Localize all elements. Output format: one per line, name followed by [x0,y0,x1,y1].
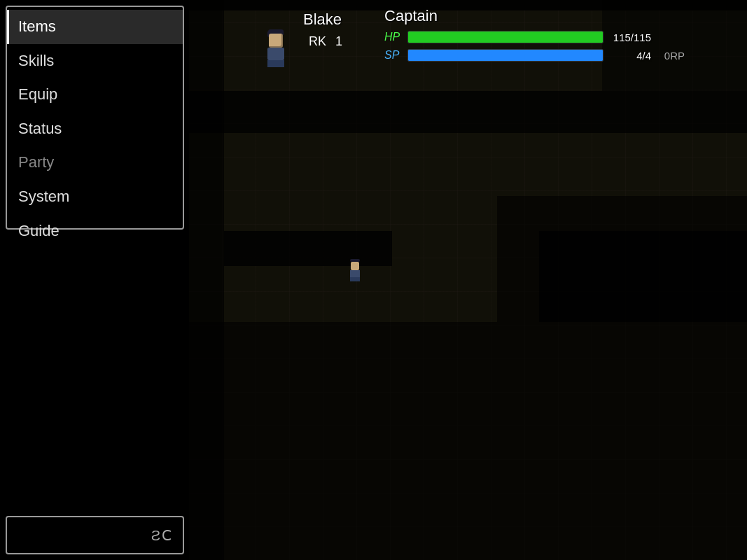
sp-bar-row: SP 4/4 0RP [384,49,685,62]
character-bars-section: Captain HP 115/115 SP 4/4 0RP [384,7,685,67]
menu-panel: ItemsSkillsEquipStatusPartySystemGuide [6,6,184,230]
hp-value: 115/115 [609,31,651,43]
hp-bar-fill [408,31,603,43]
hp-bar-row: HP 115/115 [384,31,685,43]
sp-value: 4/4 [609,50,651,62]
character-name: Blake [303,10,342,29]
character-stats: Blake RK 1 [303,10,342,49]
menu-item-items[interactable]: Items [7,10,183,44]
character-sprite [259,28,293,70]
character-rank: RK 1 [303,34,342,49]
character-section: Blake RK 1 [259,7,342,70]
bottom-text: ƆS [150,527,172,544]
bottom-bar: ƆS [6,516,184,554]
hp-label: HP [384,31,402,43]
rk-label: RK [309,34,326,48]
menu-item-party: Party [7,146,183,180]
menu-item-skills[interactable]: Skills [7,44,183,78]
class-name: Captain [384,7,685,25]
sp-bar-fill [408,50,603,61]
dungeon-character [350,259,360,281]
game-area: Blake RK 1 Captain HP 115/115 SP [189,0,747,560]
menu-item-guide[interactable]: Guide [7,214,183,248]
extra-label: 0RP [657,50,685,62]
menu-item-status[interactable]: Status [7,112,183,146]
hud-overlay: Blake RK 1 Captain HP 115/115 SP [259,7,740,70]
menu-item-equip[interactable]: Equip [7,78,183,112]
menu-item-system[interactable]: System [7,180,183,214]
sp-label: SP [384,49,402,62]
hp-bar-track [407,31,603,43]
sp-bar-track [407,49,603,62]
rk-value: 1 [335,34,342,48]
